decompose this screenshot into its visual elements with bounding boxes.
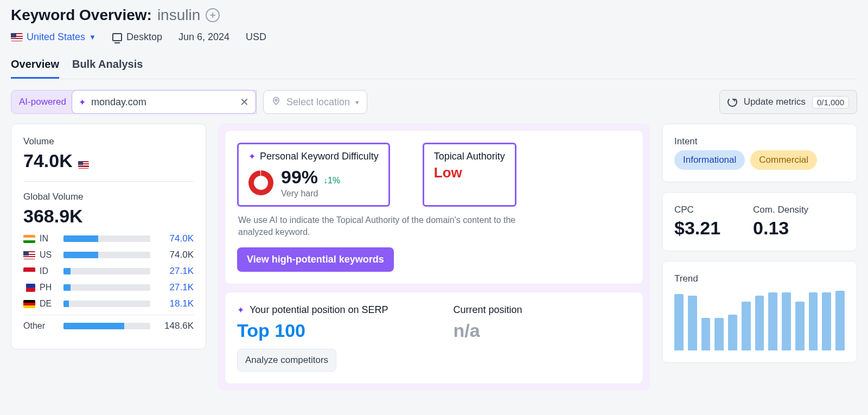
kd-subtitle: Very hard	[281, 189, 340, 199]
serp-current-value: n/a	[454, 320, 522, 341]
trend-bar	[835, 291, 845, 350]
intent-label: Intent	[674, 136, 845, 147]
country-row-other: Other 148.6K	[23, 321, 194, 331]
volume-bar	[63, 268, 150, 274]
chevron-down-icon: ▾	[355, 98, 359, 106]
refresh-icon	[727, 97, 737, 107]
flag-us-icon	[23, 251, 35, 259]
ta-value: Low	[434, 164, 505, 181]
global-volume-label: Global Volume	[23, 191, 194, 202]
other-label: Other	[23, 321, 45, 331]
trend-card: Trend	[662, 261, 857, 363]
monitor-icon	[112, 33, 122, 41]
tab-overview[interactable]: Overview	[11, 56, 59, 79]
country-code: PH	[40, 283, 52, 292]
country-row[interactable]: US 74.0K	[23, 250, 194, 260]
flag-us-icon	[11, 33, 23, 41]
country-row[interactable]: IN 74.0K	[23, 233, 194, 244]
trend-bar	[701, 318, 711, 351]
country-volume: 27.1K	[156, 266, 194, 277]
ai-note: We use AI to indicate the Topical Author…	[238, 214, 542, 239]
trend-bar	[755, 296, 764, 350]
trend-chart	[674, 291, 845, 350]
volume-bar	[63, 235, 150, 242]
flag-in-icon	[23, 235, 35, 243]
volume-label: Volume	[23, 136, 194, 147]
global-volume-value: 368.9K	[23, 206, 194, 227]
ai-powered-chip: AI-powered ✦ ✕	[11, 90, 257, 114]
location-pin-icon	[271, 96, 281, 108]
page-title: Keyword Overview:	[11, 7, 152, 24]
topical-authority-box: Topical Authority Low	[423, 143, 516, 207]
trend-label: Trend	[674, 273, 845, 284]
view-high-potential-button[interactable]: View high-potential keywords	[237, 247, 394, 272]
trend-bar	[674, 294, 684, 351]
location-selector[interactable]: Select location ▾	[263, 90, 367, 114]
update-metrics-count: 0/1,000	[812, 96, 849, 108]
chevron-down-icon: ▼	[89, 33, 96, 41]
svg-point-0	[275, 99, 277, 101]
keyword-difficulty-box: ✦ Personal Keyword Difficulty 99% ↓1% Ve…	[237, 143, 390, 207]
tab-bulk-analysis[interactable]: Bulk Analysis	[72, 56, 143, 79]
add-keyword-button[interactable]: +	[206, 8, 220, 22]
trend-bar	[822, 292, 831, 350]
date-label: Jun 6, 2024	[178, 31, 229, 43]
clear-input-button[interactable]: ✕	[240, 95, 249, 108]
ai-insights-card: ✦ Personal Keyword Difficulty 99% ↓1% Ve…	[218, 124, 650, 391]
page-keyword: insulin	[157, 7, 200, 24]
volume-value: 74.0K	[23, 150, 73, 171]
kd-title: Personal Keyword Difficulty	[260, 151, 379, 162]
trend-bar	[768, 292, 777, 350]
country-row[interactable]: DE 18.1K	[23, 298, 194, 309]
country-volume: 18.1K	[156, 298, 194, 309]
trend-bar	[728, 315, 737, 350]
country-code: US	[40, 250, 52, 260]
intent-card: Intent Informational Commercial	[662, 124, 857, 182]
analyze-competitors-button[interactable]: Analyze competitors	[237, 349, 336, 372]
trend-bar	[795, 302, 805, 350]
flag-id-icon	[23, 267, 35, 276]
volume-bar	[63, 284, 150, 291]
difficulty-donut-icon	[248, 170, 273, 195]
country-selector[interactable]: United States ▼	[11, 31, 96, 43]
country-volume: 74.0K	[156, 233, 194, 244]
serp-current-label: Current position	[454, 304, 522, 316]
ai-powered-label: AI-powered	[19, 97, 66, 107]
currency-label: USD	[246, 31, 266, 43]
other-value: 148.6K	[156, 321, 194, 331]
domain-input-wrap[interactable]: ✦ ✕	[72, 90, 256, 114]
intent-tag-commercial[interactable]: Commercial	[750, 150, 817, 170]
update-metrics-label: Update metrics	[744, 97, 806, 107]
cpc-label: CPC	[674, 205, 720, 215]
flag-us-icon	[78, 161, 89, 169]
bar-other	[63, 323, 150, 329]
flag-de-icon	[23, 300, 35, 308]
volume-bar	[63, 301, 150, 307]
cpc-card: CPC $3.21 Com. Density 0.13	[662, 192, 857, 251]
domain-input[interactable]	[91, 97, 234, 108]
com-density-value: 0.13	[753, 218, 808, 239]
country-code: ID	[40, 266, 48, 276]
update-metrics-button[interactable]: Update metrics 0/1,000	[719, 90, 857, 114]
sparkle-icon: ✦	[237, 305, 244, 315]
sparkle-icon: ✦	[79, 97, 86, 107]
trend-bar	[714, 318, 724, 351]
country-row[interactable]: ID 27.1K	[23, 266, 194, 277]
device-selector[interactable]: Desktop	[112, 31, 162, 43]
serp-potential-label: Your potential position on SERP	[250, 304, 388, 316]
intent-tag-informational[interactable]: Informational	[674, 150, 745, 170]
country-code: DE	[40, 299, 52, 309]
serp-potential-value: Top 100	[237, 320, 388, 341]
volume-bar	[63, 252, 150, 258]
volume-card: Volume 74.0K Global Volume 368.9K IN 74.…	[11, 124, 206, 349]
cpc-value: $3.21	[674, 218, 720, 239]
trend-bar	[809, 292, 818, 350]
country-volume: 74.0K	[156, 250, 194, 260]
flag-ph-icon	[23, 284, 35, 292]
country-code: IN	[40, 234, 48, 244]
device-label: Desktop	[126, 31, 162, 43]
country-row[interactable]: PH 27.1K	[23, 282, 194, 293]
location-placeholder: Select location	[286, 97, 350, 108]
country-volume: 27.1K	[156, 282, 194, 293]
kd-percent: 99%	[281, 167, 318, 188]
